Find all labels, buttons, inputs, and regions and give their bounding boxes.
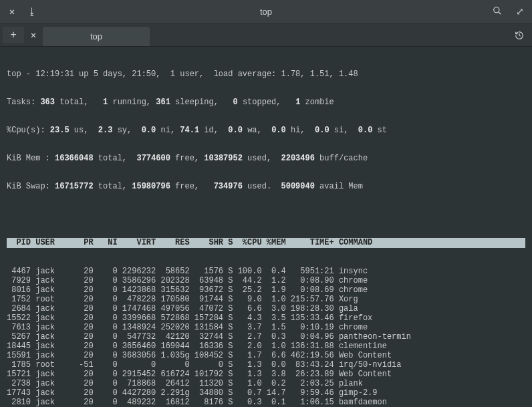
svg-point-0	[494, 7, 499, 12]
process-row: 7929 jack 20 0 3586296 202328 63948 S 44…	[7, 276, 525, 285]
process-row: 15591 jack 20 0 3683056 1.035g 108452 S …	[7, 351, 525, 360]
process-row: 1752 root 20 0 478228 170580 91744 S 9.0…	[7, 295, 525, 304]
process-row: 2810 jack 20 0 489232 16812 8176 S 0.3 0…	[7, 398, 525, 407]
summary-tasks: Tasks: 363 total, 1 running, 361 sleepin…	[7, 98, 525, 107]
window-title: top	[260, 7, 272, 17]
process-header: PID USER PR NI VIRT RES SHR S %CPU %MEM …	[7, 238, 525, 248]
process-row: 1785 root -51 0 0 0 0 S 1.3 0.0 83:43.24…	[7, 360, 525, 370]
process-row: 18445 jack 20 0 3656460 169044 16336 S 2…	[7, 342, 525, 351]
tab-top[interactable]: top	[43, 27, 150, 46]
process-row: 8016 jack 20 0 1423868 315632 93672 S 25…	[7, 285, 525, 295]
process-row: 2684 jack 20 0 1747468 497056 47072 S 6.…	[7, 304, 525, 313]
process-row: 15522 jack 20 0 3399668 572868 157284 S …	[7, 313, 525, 323]
close-tab-icon[interactable]: ✕	[24, 24, 43, 46]
terminal-output[interactable]: top - 12:19:31 up 5 days, 21:50, 1 user,…	[0, 47, 532, 407]
summary-mem: KiB Mem : 16366048 total, 3774600 free, …	[7, 154, 525, 163]
svg-line-1	[499, 11, 501, 14]
search-icon[interactable]	[492, 6, 503, 18]
process-row: 15721 jack 20 0 2915452 616724 101792 S …	[7, 370, 525, 379]
summary-swap: KiB Swap: 16715772 total, 15980796 free,…	[7, 182, 525, 191]
summary-uptime: top - 12:19:31 up 5 days, 21:50, 1 user,…	[7, 70, 525, 79]
process-row: 17743 jack 20 0 4427280 2.291g 34880 S 0…	[7, 388, 525, 398]
process-list: 4467 jack 20 0 2296232 58652 1576 S 100.…	[7, 267, 525, 407]
maximize-icon[interactable]: ⤢	[515, 6, 525, 17]
close-icon[interactable]: ✕	[7, 6, 17, 17]
summary-cpu: %Cpu(s): 23.5 us, 2.3 sy, 0.0 ni, 74.1 i…	[7, 126, 525, 135]
tab-label: top	[90, 31, 102, 41]
download-icon[interactable]: ⭳	[27, 7, 37, 17]
process-row: 2738 jack 20 0 718868 26412 11320 S 1.0 …	[7, 379, 525, 388]
window-titlebar: ✕ ⭳ top ⤢	[0, 0, 532, 24]
blank-row	[7, 210, 525, 219]
tab-bar: + ✕ top	[0, 24, 532, 47]
history-icon[interactable]	[515, 24, 527, 46]
process-row: 7613 jack 20 0 1348924 252020 131584 S 3…	[7, 323, 525, 332]
new-tab-button[interactable]: +	[3, 27, 24, 43]
process-row: 4467 jack 20 0 2296232 58652 1576 S 100.…	[7, 267, 525, 276]
process-row: 5267 jack 20 0 547732 42120 32744 S 2.7 …	[7, 332, 525, 342]
